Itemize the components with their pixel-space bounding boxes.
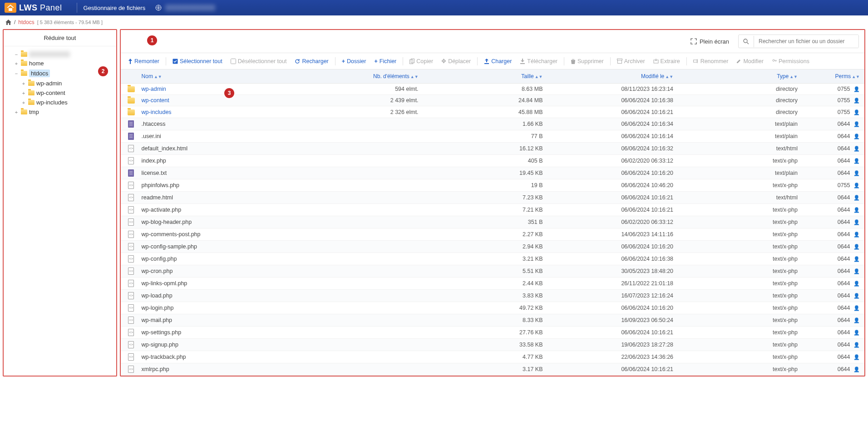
toolbar: Remonter Sélectionner tout Désélectionne… [121,53,864,69]
svg-line-2 [747,42,749,44]
table-row[interactable]: readme.html7.23 KB06/06/2024 10:16:21tex… [121,191,864,203]
code-file-icon [128,304,134,312]
code-file-icon [128,366,134,373]
new-folder-button[interactable]: +Dossier [338,56,370,66]
file-elements [311,179,423,191]
table-row[interactable]: wp-links-opml.php2.44 KB26/11/2022 21:01… [121,277,864,289]
file-name[interactable]: wp-admin [142,86,166,92]
breadcrumb-folder[interactable]: htdocs [18,19,34,25]
col-header-size[interactable]: Taille▲▼ [423,69,547,84]
table-row[interactable]: wp-config-sample.php2.94 KB06/06/2024 10… [121,240,864,253]
user-icon: 👤 [853,219,860,225]
file-modified: 19/06/2023 18:27:28 [547,338,678,351]
user-icon: 👤 [853,256,860,262]
upload-button[interactable]: Charger [480,56,515,66]
file-size: 19 B [423,179,547,191]
tree-toggle-icon[interactable]: + [14,109,19,115]
table-row[interactable]: index.php405 B06/02/2020 06:33:12text/x-… [121,154,864,167]
svg-point-1 [744,39,747,43]
table-row[interactable]: xmlrpc.php3.17 KB06/06/2024 10:16:21text… [121,363,864,375]
tree-root[interactable]: − [14,50,113,59]
col-header-name[interactable]: Nom▲▼ [137,69,311,84]
table-row[interactable]: wp-settings.php27.76 KB06/06/2024 10:16:… [121,326,864,338]
tree-item-wp-admin[interactable]: + wp-admin [21,79,113,88]
up-button[interactable]: Remonter [124,56,163,66]
user-icon: 👤 [853,134,860,139]
file-perms: 0644 👤 [802,302,864,314]
table-row[interactable]: wp-trackback.php4.77 KB22/06/2023 14:36:… [121,351,864,363]
select-all-button[interactable]: Sélectionner tout [169,56,226,66]
annotation-badge-3: 3 [224,88,234,98]
reload-button[interactable]: Recharger [291,56,332,66]
file-elements [311,314,423,326]
file-name: wp-mail.php [142,317,172,323]
file-size: 5.51 KB [423,265,547,277]
file-name: wp-config.php [142,256,177,262]
table-row[interactable]: wp-activate.php7.21 KB06/06/2024 10:16:2… [121,203,864,216]
file-modified: 06/06/2024 10:16:14 [547,130,678,142]
user-icon: 👤 [853,281,860,286]
table-row[interactable]: wp-cron.php5.51 KB30/05/2023 18:48:20tex… [121,265,864,277]
tree-toggle-icon[interactable]: − [14,71,19,76]
file-modified: 16/07/2023 12:16:24 [547,289,678,302]
file-perms: 0644 👤 [802,253,864,265]
table-row[interactable]: wp-config.php3.21 KB06/06/2024 10:16:38t… [121,253,864,265]
table-row[interactable]: default_index.html16.12 KB06/06/2024 10:… [121,142,864,154]
col-header-elements[interactable]: Nb. d'éléments▲▼ [311,69,423,84]
file-name[interactable]: wp-content [142,97,169,104]
user-icon: 👤 [853,317,860,323]
separator [77,3,77,13]
tree-toggle-icon[interactable]: + [21,100,26,105]
tree-item-wp-content[interactable]: + wp-content [21,88,113,98]
user-icon: 👤 [853,305,860,311]
table-row[interactable]: wp-comments-post.php2.27 KB14/06/2023 14… [121,228,864,240]
col-header-modified[interactable]: Modifié le▲▼ [547,69,678,84]
col-header-type[interactable]: Type▲▼ [678,69,802,84]
file-perms: 0755 👤 [802,95,864,106]
file-name[interactable]: wp-includes [142,109,172,115]
archive-button: Archiver [613,56,649,66]
file-type: text/x-php [678,338,802,351]
tree-label: tmp [29,109,39,115]
tree-toggle-icon[interactable]: + [21,81,26,86]
file-perms: 0644 👤 [802,351,864,363]
table-row[interactable]: wp-includes2 326 elmt.45.88 MB06/06/2024… [121,106,864,118]
new-file-button[interactable]: +Fichier [370,56,400,66]
file-size: 405 B [423,154,547,167]
annotation-badge-2: 2 [98,66,108,76]
table-row[interactable]: wp-blog-header.php351 B06/02/2020 06:33:… [121,216,864,228]
file-name: wp-signup.php [142,342,178,348]
collapse-all-button[interactable]: Réduire tout [4,30,116,46]
file-elements [311,363,423,375]
tree-item-wp-includes[interactable]: + wp-includes [21,98,113,107]
folder-icon [21,71,27,76]
tree-toggle-icon[interactable]: + [21,90,26,96]
tree-item-tmp[interactable]: + tmp [14,107,113,117]
tree-toggle-icon[interactable]: − [14,52,19,57]
tree-item-home[interactable]: + home [14,59,113,68]
file-perms: 0755 👤 [802,179,864,191]
file-perms: 0644 👤 [802,216,864,228]
tree-toggle-icon[interactable]: + [14,61,19,66]
table-row[interactable]: license.txt19.45 KB06/06/2024 10:16:20te… [121,167,864,179]
table-row[interactable]: wp-load.php3.83 KB16/07/2023 12:16:24tex… [121,289,864,302]
file-type: text/x-php [678,253,802,265]
user-icon: 👤 [853,195,860,200]
table-row[interactable]: .htaccess1.66 KB06/06/2024 10:16:34text/… [121,118,864,130]
table-row[interactable]: .user.ini77 B06/06/2024 10:16:14text/pla… [121,130,864,142]
search-input[interactable] [754,35,858,48]
home-icon[interactable] [5,20,11,25]
folder-tree: − + home − htdocs + [4,46,116,120]
globe-icon[interactable] [155,5,162,11]
table-row[interactable]: wp-mail.php8.33 KB16/09/2023 06:50:24tex… [121,314,864,326]
code-file-icon [128,218,134,226]
file-perms: 0644 👤 [802,277,864,289]
file-modified: 06/06/2024 10:16:38 [547,95,678,106]
table-row[interactable]: wp-signup.php33.58 KB19/06/2023 18:27:28… [121,338,864,351]
search-icon[interactable] [739,36,754,47]
table-row[interactable]: phpinfolws.php19 B06/06/2024 10:46:20tex… [121,179,864,191]
file-modified: 06/06/2024 10:16:38 [547,253,678,265]
table-row[interactable]: wp-login.php49.72 KB06/06/2024 10:16:20t… [121,302,864,314]
col-header-perms[interactable]: Perms▲▼ [802,69,864,84]
fullscreen-button[interactable]: Plein écran [690,38,729,45]
